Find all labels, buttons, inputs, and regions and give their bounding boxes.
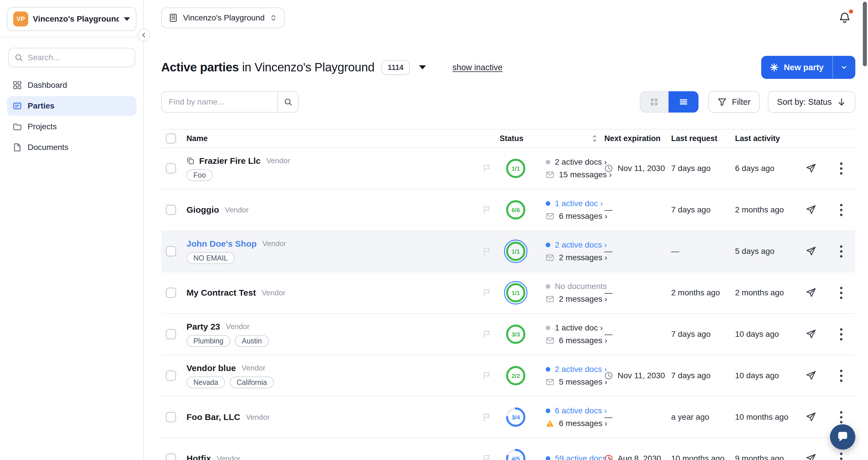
row-checkbox[interactable] (166, 412, 176, 422)
tag[interactable]: California (230, 376, 274, 388)
party-name[interactable]: Hotfix (186, 454, 211, 460)
tag[interactable]: Nevada (186, 376, 225, 388)
table-row[interactable]: Vendor blueVendorNevadaCalifornia2/22 ac… (161, 355, 855, 397)
row-checkbox[interactable] (166, 163, 176, 174)
table-row[interactable]: My Contract TestVendor1/1No documents2 m… (161, 272, 855, 314)
tag[interactable]: Plumbing (186, 335, 230, 347)
flag-icon[interactable] (482, 288, 492, 297)
active-docs-link[interactable]: 2 active docs › (555, 240, 607, 250)
progress-ring[interactable]: 2/2 (504, 364, 528, 388)
active-docs-link[interactable]: 1 active doc › (555, 323, 603, 333)
row-checkbox[interactable] (166, 205, 176, 215)
progress-ring[interactable]: 1/1 (504, 156, 528, 181)
column-header-last-request[interactable]: Last request (671, 134, 735, 143)
row-checkbox[interactable] (166, 329, 176, 339)
flag-icon[interactable] (482, 371, 492, 380)
new-party-button[interactable]: New party (761, 56, 832, 79)
row-menu-button[interactable] (840, 204, 843, 216)
sort-arrows-icon[interactable] (592, 134, 597, 143)
sidebar-search[interactable] (8, 48, 135, 67)
party-name[interactable]: Foo Bar, LLC (186, 412, 240, 422)
send-reminder-button[interactable] (806, 412, 816, 422)
messages-link[interactable]: 6 messages › (559, 336, 607, 345)
list-view-button[interactable] (669, 91, 699, 113)
filter-button[interactable]: Filter (708, 91, 760, 113)
progress-ring[interactable]: 3/3 (504, 322, 528, 346)
messages-link[interactable]: 2 messages › (559, 295, 607, 304)
send-reminder-button[interactable] (806, 453, 816, 460)
messages-link[interactable]: 15 messages › (559, 170, 612, 179)
workspace-switcher[interactable]: VP Vincenzo's Playground (7, 7, 136, 31)
messages-link[interactable]: 5 messages › (559, 377, 607, 387)
search-input[interactable] (28, 53, 129, 62)
column-header-next-expiration[interactable]: Next expiration (604, 134, 671, 143)
row-checkbox[interactable] (166, 287, 176, 298)
tag[interactable]: Austin (235, 335, 269, 347)
party-name[interactable]: John Doe's Shop (186, 239, 257, 249)
row-menu-button[interactable] (840, 328, 843, 341)
row-menu-button[interactable] (840, 286, 843, 299)
grid-view-button[interactable] (640, 91, 669, 113)
active-docs-link[interactable]: 2 active docs › (555, 157, 607, 167)
party-name[interactable]: Party 23 (186, 322, 220, 332)
tag[interactable]: Foo (186, 169, 213, 181)
send-reminder-button[interactable] (806, 329, 816, 339)
table-row[interactable]: GioggioVendor6/61 active doc ›6 messages… (161, 189, 855, 231)
row-menu-button[interactable] (840, 162, 843, 175)
party-name[interactable]: Vendor blue (186, 363, 236, 373)
row-checkbox[interactable] (166, 370, 176, 381)
active-docs-link[interactable]: 6 active docs › (555, 406, 607, 416)
row-menu-button[interactable] (840, 369, 843, 382)
column-header-status[interactable]: Status (476, 134, 604, 143)
send-reminder-button[interactable] (806, 163, 816, 174)
new-party-dropdown-button[interactable] (832, 56, 855, 79)
select-all-checkbox[interactable] (166, 133, 176, 144)
flag-icon[interactable] (482, 454, 492, 460)
workspace-selector[interactable]: Vincenzo's Playground (161, 7, 285, 28)
scrollbar-thumb[interactable] (863, 2, 867, 66)
row-menu-button[interactable] (840, 452, 843, 460)
flag-icon[interactable] (482, 205, 492, 214)
notifications-button[interactable] (837, 11, 852, 25)
row-checkbox[interactable] (166, 453, 176, 460)
flag-icon[interactable] (482, 247, 492, 256)
table-row[interactable]: Frazier Fire LlcVendorFoo1/12 active doc… (161, 148, 855, 189)
table-row[interactable]: Foo Bar, LLCVendor3/46 active docs ›6 me… (161, 397, 855, 438)
title-caret-icon[interactable] (419, 65, 426, 69)
row-menu-button[interactable] (840, 245, 843, 258)
progress-ring[interactable]: 4/5 (504, 447, 528, 460)
progress-ring[interactable]: 1/1 (504, 281, 528, 305)
sidebar-item-documents[interactable]: Documents (7, 137, 136, 157)
party-name[interactable]: My Contract Test (186, 288, 256, 298)
active-docs-link[interactable]: No documents (555, 282, 607, 291)
table-row[interactable]: John Doe's ShopVendorNO EMAIL1/12 active… (161, 231, 855, 272)
sidebar-item-parties[interactable]: Parties (7, 96, 136, 116)
show-inactive-link[interactable]: show inactive (453, 63, 502, 72)
column-header-name[interactable]: Name (186, 134, 476, 143)
progress-ring[interactable]: 1/1 (504, 239, 528, 264)
sidebar-item-dashboard[interactable]: Dashboard (7, 75, 136, 95)
messages-link[interactable]: 6 messages › (559, 419, 607, 428)
find-by-name-input[interactable] (161, 91, 277, 113)
party-name[interactable]: Frazier Fire Llc (199, 156, 260, 166)
tag[interactable]: NO EMAIL (186, 252, 235, 264)
row-checkbox[interactable] (166, 246, 176, 256)
send-reminder-button[interactable] (806, 246, 816, 256)
messages-link[interactable]: 6 messages › (559, 212, 607, 221)
table-row[interactable]: HotfixVendor4/559 active docs ›Aug 8, 20… (161, 438, 855, 460)
row-menu-button[interactable] (840, 411, 843, 424)
party-name[interactable]: Gioggio (186, 205, 219, 215)
flag-icon[interactable] (482, 164, 492, 173)
active-docs-link[interactable]: 2 active docs › (555, 365, 607, 374)
chat-launcher-button[interactable] (830, 424, 855, 450)
progress-ring[interactable]: 6/6 (504, 198, 528, 222)
column-header-last-activity[interactable]: Last activity (735, 134, 800, 143)
active-docs-link[interactable]: 1 active doc › (555, 199, 603, 208)
messages-link[interactable]: 2 messages › (559, 253, 607, 262)
sidebar-item-projects[interactable]: Projects (7, 117, 136, 136)
sort-button[interactable]: Sort by: Status (768, 91, 855, 113)
active-docs-link[interactable]: 59 active docs › (555, 454, 611, 460)
send-reminder-button[interactable] (806, 287, 816, 298)
send-reminder-button[interactable] (806, 205, 816, 215)
table-row[interactable]: Party 23VendorPlumbingAustin3/31 active … (161, 314, 855, 355)
